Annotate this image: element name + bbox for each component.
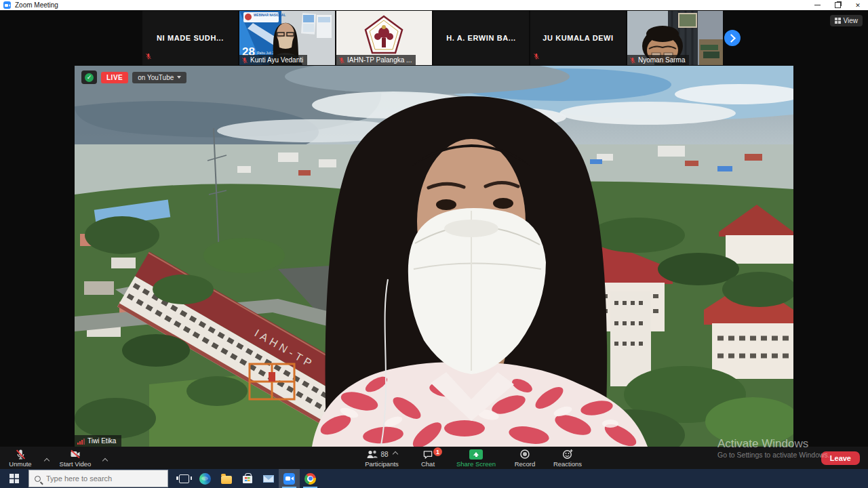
windows-taskbar: 27°C Kabut 8:49 28/07/2021 [0, 469, 868, 488]
start-video-button[interactable]: Start Video [56, 447, 95, 469]
share-screen-label: Share Screen [456, 460, 496, 468]
start-button[interactable] [0, 469, 28, 488]
unmute-button[interactable]: Unmute [4, 447, 37, 469]
meeting-toolbar: Unmute Start Video [0, 447, 868, 469]
speaker-name: Tiwi Etika [87, 437, 116, 445]
mail-icon [263, 475, 274, 483]
audio-level-icon [77, 439, 85, 445]
minimize-button[interactable] [807, 0, 827, 10]
participants-label: Participants [365, 460, 399, 468]
chat-label: Chat [421, 460, 435, 468]
view-button[interactable]: View [830, 15, 863, 26]
chat-unread-badge: 1 [433, 447, 442, 456]
close-button[interactable] [848, 0, 868, 10]
chevron-down-icon [177, 76, 181, 79]
live-badge: LIVE [101, 72, 128, 83]
participant-name: NI MADE SUDH... [157, 34, 224, 42]
participant-name: Kunti Ayu Vedanti [250, 56, 303, 64]
live-platform-label: on YouTube [138, 74, 174, 81]
task-view-button[interactable] [174, 469, 195, 488]
muted-mic-icon [145, 50, 152, 62]
reactions-icon [562, 449, 574, 460]
video-options-chevron[interactable] [102, 458, 108, 463]
task-view-icon [179, 474, 189, 483]
participant-name-label: Kunti Ayu Vedanti [239, 55, 307, 65]
main-speaker-video[interactable]: IAHN-TP [75, 66, 793, 447]
shield-check-icon: ✓ [85, 73, 94, 82]
store-icon [243, 476, 252, 483]
muted-mic-icon [629, 57, 636, 64]
windows-logo-icon [9, 474, 19, 483]
participant-name: H. A. ERWIN BA... [446, 34, 515, 42]
muted-mic-icon [241, 57, 248, 64]
camera-muted-icon [69, 449, 81, 460]
view-button-label: View [844, 17, 859, 24]
participant-tile[interactable]: IAHN-TP Palangka ... [336, 11, 432, 65]
record-icon [519, 449, 530, 460]
participant-tile[interactable]: WEBINAR NASIONAL 28 Rabu Juli 2021 Kunti… [239, 11, 335, 65]
participants-chevron[interactable] [392, 451, 397, 457]
participant-name-label: IAHN-TP Palangka ... [336, 55, 416, 65]
zoom-icon [283, 473, 295, 485]
next-participants-button[interactable] [724, 30, 741, 46]
participant-tile[interactable]: H. A. ERWIN BA... [433, 11, 529, 65]
edge-icon [199, 473, 211, 485]
participants-button[interactable]: 88 Participants [355, 447, 408, 469]
reactions-button[interactable]: Reactions [545, 447, 590, 469]
meeting-area: NI MADE SUDH... [0, 10, 868, 469]
title-bar: Zoom Meeting [0, 0, 868, 10]
start-video-label: Start Video [60, 460, 92, 468]
security-shield-chip[interactable]: ✓ [81, 70, 97, 84]
live-stream-indicator: ✓ LIVE on YouTube [81, 70, 186, 84]
search-icon [35, 476, 41, 482]
taskbar-search[interactable] [28, 470, 168, 487]
mic-muted-icon [15, 449, 26, 460]
participants-icon [366, 449, 378, 460]
folder-icon [221, 476, 232, 484]
participant-name-label: Nyoman Sarma [627, 55, 689, 65]
window-title: Zoom Meeting [15, 1, 58, 9]
record-label: Record [515, 460, 536, 468]
mic-options-chevron[interactable] [44, 458, 50, 463]
participant-filmstrip: NI MADE SUDH... [0, 10, 868, 66]
leave-button[interactable]: Leave [821, 451, 860, 465]
speaker-name-label: Tiwi Etika [75, 435, 121, 447]
svg-text:WEBINAR NASIONAL: WEBINAR NASIONAL [254, 14, 285, 17]
edge-taskbar-button[interactable] [195, 469, 216, 488]
store-button[interactable] [237, 469, 258, 488]
file-explorer-button[interactable] [216, 469, 237, 488]
zoom-app-icon [3, 1, 11, 9]
live-platform-chip[interactable]: on YouTube [132, 72, 186, 83]
share-screen-button[interactable]: Share Screen [448, 447, 505, 469]
participant-tile[interactable]: NI MADE SUDH... [142, 11, 238, 65]
mail-button[interactable] [258, 469, 279, 488]
chat-icon [422, 449, 433, 460]
share-screen-icon [469, 449, 483, 460]
record-button[interactable]: Record [505, 447, 545, 469]
chat-button[interactable]: 1 Chat [408, 447, 448, 469]
reactions-label: Reactions [553, 460, 582, 468]
chrome-taskbar-button[interactable] [300, 469, 321, 488]
search-input[interactable] [46, 474, 155, 483]
zoom-taskbar-button[interactable] [279, 469, 300, 488]
participant-name: JU KUMALA DEWI [542, 34, 614, 42]
participant-name: Nyoman Sarma [638, 56, 685, 64]
campus-aerial-selfie-video: IAHN-TP [75, 66, 793, 447]
participant-tile[interactable]: JU KUMALA DEWI [530, 11, 626, 65]
participants-count: 88 [380, 451, 388, 458]
zoom-meeting-window: Zoom Meeting NI MADE SUDH... [0, 0, 868, 488]
muted-mic-icon [338, 57, 345, 64]
unmute-label: Unmute [9, 460, 31, 468]
muted-mic-icon [533, 50, 540, 62]
participant-name: IAHN-TP Palangka ... [347, 56, 412, 64]
participant-tile[interactable]: Nyoman Sarma [627, 11, 723, 65]
grid-view-icon [835, 18, 841, 24]
chrome-icon [304, 473, 316, 485]
restore-button[interactable] [827, 0, 848, 10]
